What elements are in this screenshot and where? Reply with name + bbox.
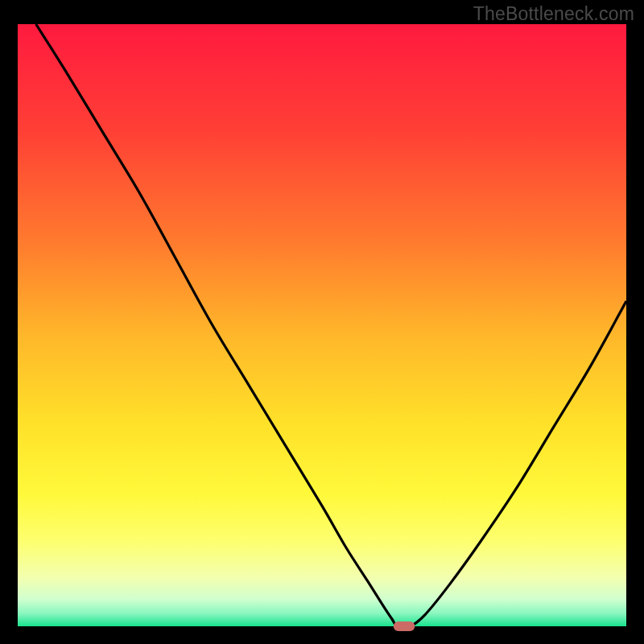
chart-svg — [0, 0, 644, 644]
chart-frame — [0, 0, 644, 644]
plot-background — [18, 24, 626, 626]
watermark-text: TheBottleneck.com — [473, 3, 634, 25]
optimum-marker — [394, 621, 415, 631]
